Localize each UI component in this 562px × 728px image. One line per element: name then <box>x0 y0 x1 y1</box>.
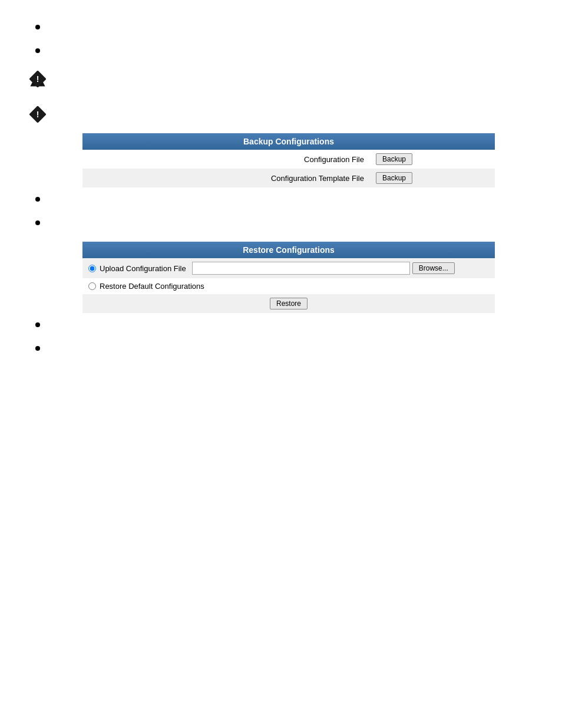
restore-button-cell: Restore <box>82 294 495 313</box>
bullet-dot-1 <box>35 25 40 29</box>
backup-table-header: Backup Configurations <box>82 133 495 150</box>
bullet-dot-6 <box>35 346 40 351</box>
restore-table-header: Restore Configurations <box>82 242 495 258</box>
bullet-dot-5 <box>35 322 40 327</box>
template-file-backup-cell: Backup <box>371 169 495 187</box>
upload-config-row: Upload Configuration File Browse... <box>82 258 495 278</box>
bottom-bullets <box>35 320 538 351</box>
warning-icon-2: ! <box>29 106 46 123</box>
backup-template-row: Configuration Template File Backup <box>82 169 495 187</box>
backup-config-file-row: Configuration File Backup <box>82 150 495 169</box>
restore-button-row: Restore <box>82 294 495 313</box>
restore-default-radio[interactable] <box>88 282 96 290</box>
file-path-input[interactable] <box>192 262 410 275</box>
config-file-label: Configuration File <box>82 150 371 169</box>
bullet-item-5 <box>35 320 538 327</box>
bullet-dot-3 <box>35 197 40 202</box>
bullet-item-1 <box>35 22 538 29</box>
bullet-item-4 <box>35 218 538 225</box>
template-file-label: Configuration Template File <box>82 169 371 187</box>
warning-icon-1: ! <box>29 71 46 87</box>
config-file-backup-button[interactable]: Backup <box>376 153 412 165</box>
template-file-backup-button[interactable]: Backup <box>376 172 412 184</box>
bullet-item-6 <box>35 344 538 351</box>
upload-config-row-content: Upload Configuration File Browse... <box>88 262 489 275</box>
bullet-dot-2 <box>35 48 40 53</box>
restore-default-label: Restore Default Configurations <box>100 282 204 291</box>
bullet-item-2 <box>35 46 538 53</box>
upload-config-radio-label[interactable]: Upload Configuration File <box>88 264 186 273</box>
warning-block-1: ! <box>29 70 538 87</box>
svg-text:!: ! <box>37 110 39 119</box>
warning-block-2: ! <box>29 105 538 123</box>
upload-config-label: Upload Configuration File <box>100 264 186 273</box>
upload-config-radio[interactable] <box>88 265 96 272</box>
restore-default-row: Restore Default Configurations <box>82 278 495 294</box>
restore-configurations-table: Restore Configurations Upload Configurat… <box>82 242 495 313</box>
middle-bullets <box>35 195 538 225</box>
restore-button[interactable]: Restore <box>270 298 308 309</box>
svg-text:!: ! <box>37 74 39 84</box>
backup-configurations-table: Backup Configurations Configuration File… <box>82 133 495 187</box>
browse-button[interactable]: Browse... <box>412 262 455 274</box>
bullet-dot-4 <box>35 220 40 225</box>
restore-default-radio-label[interactable]: Restore Default Configurations <box>88 282 489 291</box>
config-file-backup-cell: Backup <box>371 150 495 169</box>
bullet-item-3 <box>35 195 538 202</box>
